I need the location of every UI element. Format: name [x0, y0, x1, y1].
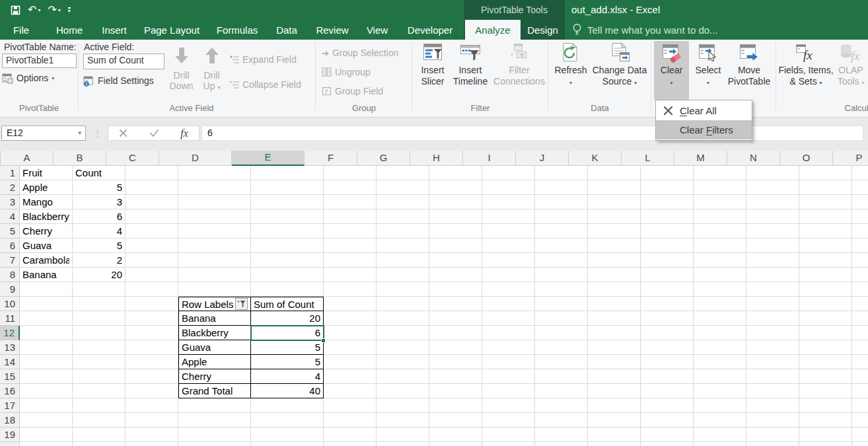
cell-H11[interactable] — [429, 311, 482, 326]
olap-tools-button[interactable]: fx OLAP Tools ▾ — [834, 41, 867, 100]
cell-F11[interactable] — [324, 311, 377, 326]
cell-F10[interactable] — [324, 297, 377, 311]
cell-E4[interactable] — [251, 209, 324, 224]
cell-A12[interactable] — [20, 326, 73, 340]
column-header-L[interactable]: L — [622, 151, 674, 166]
collapse-field-button[interactable]: Collapse Field — [229, 78, 301, 91]
cell-N4[interactable] — [746, 209, 799, 224]
cell-L10[interactable] — [641, 297, 694, 311]
cell-N9[interactable] — [746, 282, 799, 297]
tab-home[interactable]: Home — [50, 20, 89, 40]
cell-F4[interactable] — [324, 209, 377, 224]
cell-M14[interactable] — [694, 355, 746, 369]
cell-F9[interactable] — [324, 282, 377, 297]
cell-E14[interactable]: 5 — [251, 355, 324, 369]
cell-B8[interactable]: 20 — [73, 268, 126, 282]
cell-K18[interactable] — [588, 413, 641, 427]
cell-L14[interactable] — [641, 355, 694, 369]
cell-G2[interactable] — [377, 180, 429, 195]
tab-design[interactable]: Design — [521, 20, 565, 40]
cell-I17[interactable] — [482, 398, 535, 413]
cell-N11[interactable] — [746, 311, 799, 326]
cell-L13[interactable] — [641, 340, 694, 355]
row-header-13[interactable]: 13 — [0, 340, 20, 355]
cell-G9[interactable] — [377, 282, 429, 297]
row-header-5[interactable]: 5 — [0, 224, 20, 239]
cell-J1[interactable] — [535, 166, 588, 180]
cell-D15[interactable]: Cherry — [178, 369, 251, 384]
cell-J17[interactable] — [535, 398, 588, 413]
cell-H14[interactable] — [429, 355, 482, 369]
cell-L9[interactable] — [641, 282, 694, 297]
cell-J7[interactable] — [535, 253, 588, 268]
row-header-1[interactable]: 1 — [0, 166, 20, 180]
cell-A19[interactable] — [20, 427, 73, 442]
cell-I3[interactable] — [482, 195, 535, 209]
cell-B13[interactable] — [73, 340, 126, 355]
cell-K19[interactable] — [588, 427, 641, 442]
cell-M16[interactable] — [694, 384, 746, 398]
cell-A15[interactable] — [20, 369, 73, 384]
cell-M3[interactable] — [694, 195, 746, 209]
cell-L17[interactable] — [641, 398, 694, 413]
cell-P8[interactable] — [852, 268, 868, 282]
cell-L6[interactable] — [641, 239, 694, 253]
row-header-3[interactable]: 3 — [0, 195, 20, 209]
cell-E18[interactable] — [251, 413, 324, 427]
menu-item-clear-all[interactable]: Clear All — [656, 101, 752, 120]
cell-P9[interactable] — [852, 282, 868, 297]
cell-D17[interactable] — [178, 398, 251, 413]
cell-F3[interactable] — [324, 195, 377, 209]
tab-file[interactable]: File — [7, 20, 36, 40]
cell-I16[interactable] — [482, 384, 535, 398]
cell-L4[interactable] — [641, 209, 694, 224]
cell-P13[interactable] — [852, 340, 868, 355]
cell-O13[interactable] — [799, 340, 852, 355]
cell-L15[interactable] — [641, 369, 694, 384]
cell-P5[interactable] — [852, 224, 868, 239]
tab-developer[interactable]: Developer — [402, 20, 458, 40]
row-header-12[interactable]: 12 — [0, 326, 20, 340]
cell-L18[interactable] — [641, 413, 694, 427]
cell-J12[interactable] — [535, 326, 588, 340]
row-header-20[interactable]: 20 — [0, 442, 20, 446]
fill-handle[interactable] — [321, 338, 326, 343]
cell-C19[interactable] — [126, 427, 178, 442]
cell-E12[interactable]: 6 — [251, 326, 324, 340]
cell-K16[interactable] — [588, 384, 641, 398]
cell-K15[interactable] — [588, 369, 641, 384]
cell-H18[interactable] — [429, 413, 482, 427]
group-selection-button[interactable]: ➔ Group Selection — [322, 46, 398, 59]
cell-A18[interactable] — [20, 413, 73, 427]
cell-F5[interactable] — [324, 224, 377, 239]
cell-D13[interactable]: Guava — [178, 340, 251, 355]
cell-C1[interactable] — [126, 166, 178, 180]
row-header-7[interactable]: 7 — [0, 253, 20, 268]
cell-D5[interactable] — [178, 224, 251, 239]
cell-L12[interactable] — [641, 326, 694, 340]
cell-A8[interactable]: Banana — [20, 268, 73, 282]
cell-M5[interactable] — [694, 224, 746, 239]
cell-I15[interactable] — [482, 369, 535, 384]
cell-P6[interactable] — [852, 239, 868, 253]
cell-E9[interactable] — [251, 282, 324, 297]
cell-B19[interactable] — [73, 427, 126, 442]
cell-A17[interactable] — [20, 398, 73, 413]
cell-B16[interactable] — [73, 384, 126, 398]
cell-F16[interactable] — [324, 384, 377, 398]
tab-page-layout[interactable]: Page Layout — [140, 20, 203, 40]
change-data-source-button[interactable]: Change Data Source ▾ — [588, 41, 651, 100]
cell-P3[interactable] — [852, 195, 868, 209]
cell-E17[interactable] — [251, 398, 324, 413]
undo-button[interactable]: ↶ ▾ — [28, 5, 40, 15]
cell-E7[interactable] — [251, 253, 324, 268]
cell-H9[interactable] — [429, 282, 482, 297]
cell-G10[interactable] — [377, 297, 429, 311]
cell-M7[interactable] — [694, 253, 746, 268]
cell-E6[interactable] — [251, 239, 324, 253]
select-button[interactable]: Select ▾ — [691, 41, 725, 100]
cell-I1[interactable] — [482, 166, 535, 180]
move-pivottable-button[interactable]: Move PivotTable — [727, 41, 772, 100]
cell-H20[interactable] — [429, 442, 482, 446]
column-header-O[interactable]: O — [780, 151, 833, 166]
